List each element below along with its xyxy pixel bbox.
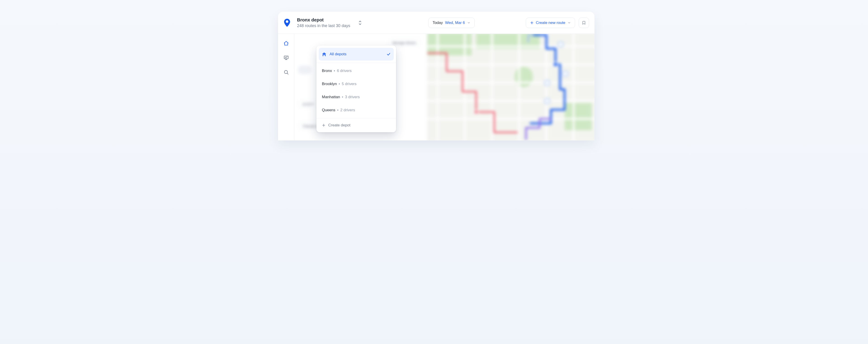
depot-name: Brooklyn: [322, 82, 337, 86]
depot-option[interactable]: Manhattan • 3 drivers: [319, 91, 394, 104]
chevron-down-icon: [467, 21, 470, 24]
depot-meta: 2 drivers: [340, 108, 355, 112]
depot-name: Manhattan: [322, 95, 340, 99]
date-value: Wed, Mar 6: [445, 21, 465, 25]
nav-home[interactable]: [282, 39, 290, 47]
date-prefix: Today: [433, 21, 443, 25]
app-window: Bronx depot 248 routes in the last 30 da…: [278, 12, 594, 140]
depot-meta: 6 drivers: [337, 69, 351, 73]
svg-rect-25: [545, 80, 550, 85]
chevron-down-icon: [567, 21, 571, 24]
depot-subtitle: 248 routes in the last 30 days: [297, 24, 350, 28]
create-depot-button[interactable]: Create depot: [316, 118, 396, 132]
depot-selector[interactable]: Bronx depot 248 routes in the last 30 da…: [281, 17, 363, 29]
depot-name: Bronx: [322, 69, 332, 73]
svg-rect-28: [563, 71, 568, 76]
depot-dropdown: All depots Bronx • 6 drivers Brooklyn • …: [316, 45, 396, 132]
svg-rect-26: [545, 98, 550, 103]
svg-point-23: [474, 110, 478, 114]
depot-option[interactable]: Bronx • 6 drivers: [319, 64, 394, 77]
svg-point-24: [553, 62, 558, 67]
depot-title: Bronx depot: [297, 18, 350, 23]
create-route-label: Create new route: [536, 21, 565, 25]
depot-option-all[interactable]: All depots: [319, 48, 394, 61]
svg-rect-9: [515, 67, 533, 87]
location-pin-icon: [281, 17, 293, 29]
chevron-up-down-icon[interactable]: [357, 18, 363, 27]
nav-analytics[interactable]: [282, 54, 290, 62]
home-icon: [283, 41, 289, 46]
depot-option-all-label: All depots: [330, 52, 346, 57]
depot-meta: 5 drivers: [342, 82, 356, 86]
svg-line-6: [287, 73, 288, 74]
plus-icon: [322, 124, 326, 127]
bookmark-button[interactable]: [579, 18, 589, 28]
svg-rect-10: [565, 103, 592, 130]
nav-search[interactable]: [282, 68, 290, 76]
create-depot-label: Create depot: [328, 123, 350, 128]
depot-meta: 3 drivers: [345, 95, 360, 99]
date-picker[interactable]: Today Wed, Mar 6: [428, 18, 475, 28]
check-icon: [386, 52, 391, 56]
presentation-icon: [283, 55, 289, 61]
ghost-chip: [298, 65, 311, 74]
topbar: Bronx depot 248 routes in the last 30 da…: [278, 12, 594, 34]
depot-option[interactable]: Brooklyn • 5 drivers: [319, 77, 394, 91]
bookmark-icon: [582, 21, 586, 25]
search-icon: [283, 70, 289, 75]
nav-rail: [278, 34, 294, 140]
time-chip[interactable]: 10:02 ▾: [298, 100, 318, 108]
svg-rect-27: [558, 42, 563, 47]
create-route-button[interactable]: Create new route: [526, 18, 575, 28]
garage-icon: [322, 52, 327, 56]
plus-icon: [530, 21, 534, 25]
depot-name: Queens: [322, 108, 336, 112]
map[interactable]: [428, 34, 594, 140]
depot-option[interactable]: Queens • 2 drivers: [319, 104, 394, 117]
